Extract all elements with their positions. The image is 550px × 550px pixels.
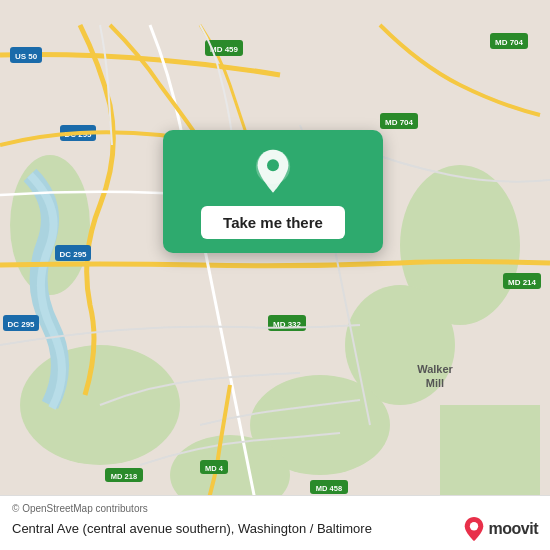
svg-text:MD 4: MD 4 <box>205 464 224 473</box>
moovit-brand-text: moovit <box>489 520 538 538</box>
svg-text:Walker: Walker <box>417 363 453 375</box>
location-card: Take me there <box>163 130 383 253</box>
map-container: US 50 MD 704 MD 459 DC 295 DC 295 DC 295… <box>0 0 550 550</box>
svg-point-38 <box>469 522 477 530</box>
svg-text:MD 218: MD 218 <box>111 472 137 481</box>
svg-text:DC 295: DC 295 <box>7 320 35 329</box>
take-me-there-button[interactable]: Take me there <box>201 206 345 239</box>
svg-point-37 <box>267 159 279 171</box>
svg-text:Mill: Mill <box>426 377 444 389</box>
svg-text:MD 214: MD 214 <box>508 278 537 287</box>
svg-text:MD 704: MD 704 <box>495 38 524 47</box>
location-name: Central Ave (central avenue southern), W… <box>12 521 453 538</box>
map-background: US 50 MD 704 MD 459 DC 295 DC 295 DC 295… <box>0 0 550 550</box>
bottom-bar: © OpenStreetMap contributors Central Ave… <box>0 495 550 550</box>
svg-text:MD 458: MD 458 <box>316 484 342 493</box>
moovit-logo: moovit <box>463 516 538 542</box>
bottom-info: Central Ave (central avenue southern), W… <box>12 516 538 542</box>
svg-text:US 50: US 50 <box>15 52 38 61</box>
svg-text:MD 704: MD 704 <box>385 118 414 127</box>
location-pin-icon <box>249 148 297 196</box>
moovit-pin-icon <box>463 516 485 542</box>
map-attribution: © OpenStreetMap contributors <box>12 503 538 514</box>
svg-text:DC 295: DC 295 <box>59 250 87 259</box>
